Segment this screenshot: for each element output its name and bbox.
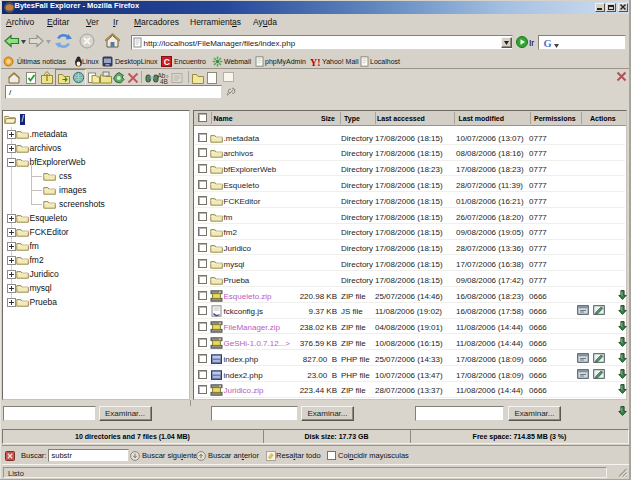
svg-text:C: C bbox=[164, 57, 170, 67]
svg-text:4B: 4B bbox=[160, 77, 168, 84]
svg-text:Y!: Y! bbox=[310, 57, 321, 68]
svg-text:G: G bbox=[544, 38, 552, 49]
